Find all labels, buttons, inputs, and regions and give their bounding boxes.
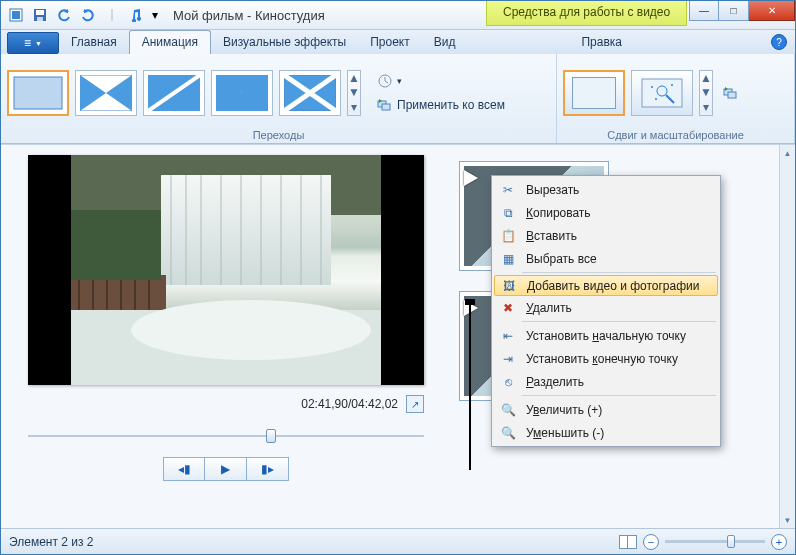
ctx-copy[interactable]: ⧉Копировать [494,201,718,224]
ctx-zoom-out[interactable]: 🔍Уменьшить (-) [494,421,718,444]
transition-none[interactable] [7,70,69,116]
storyboard-scrollbar[interactable]: ▲▼ [779,145,795,528]
preview-image [71,155,381,385]
ctx-cut[interactable]: ✂Вырезать [494,178,718,201]
transition-bowtie[interactable] [75,70,137,116]
time-row: 02:41,90/04:42,02 ↗ [28,395,424,413]
ctx-split[interactable]: ⎋Разделить [494,370,718,393]
select-all-icon: ▦ [498,252,518,266]
zoom-out-button[interactable]: − [643,534,659,550]
prev-frame-button[interactable]: ◂▮ [163,457,205,481]
titlebar: ▾ Мой фильм - Киностудия Средства для ра… [1,1,795,30]
video-tools-context-tab[interactable]: Средства для работы с видео [486,1,687,26]
ctx-paste[interactable]: 📋Вставить [494,224,718,247]
ctx-select-all[interactable]: ▦Выбрать все [494,247,718,270]
music-icon[interactable] [125,4,147,26]
paste-icon: 📋 [498,229,518,243]
context-menu: ✂Вырезать ⧉Копировать 📋Вставить ▦Выбрать… [491,175,721,447]
seek-thumb[interactable] [266,429,276,443]
apply-all-icon [377,97,393,113]
scissors-icon: ✂ [498,183,518,197]
delete-icon: ✖ [498,301,518,315]
panzoom-group: ▲▼▾ Сдвиг и масштабирование [557,54,795,143]
svg-rect-1 [12,11,20,19]
undo-icon[interactable] [53,4,75,26]
panzoom-apply-all-button[interactable] [719,83,743,103]
tab-main[interactable]: Главная [59,31,129,54]
svg-point-16 [651,86,653,88]
preview-pane: 02:41,90/04:42,02 ↗ ◂▮ ▶ ▮▸ [1,145,451,528]
play-button[interactable]: ▶ [205,457,247,481]
transitions-group-label: Переходы [7,127,550,141]
preview-frame [28,155,424,385]
quick-access-toolbar: ▾ [1,4,161,26]
svg-rect-20 [728,92,736,98]
apply-to-all-button[interactable]: Применить ко всем [373,95,509,115]
svg-rect-33 [71,275,166,315]
minimize-button[interactable]: — [689,1,719,21]
tab-project[interactable]: Проект [358,31,422,54]
svg-rect-4 [37,17,43,21]
tab-view[interactable]: Вид [422,31,468,54]
status-item-count: Элемент 2 из 2 [9,535,94,549]
zoom-in-button[interactable]: + [771,534,787,550]
redo-icon[interactable] [77,4,99,26]
statusbar: Элемент 2 из 2 − + [1,528,795,554]
tab-effects[interactable]: Визуальные эффекты [211,31,358,54]
file-menu-button[interactable]: ≡▼ [7,32,59,54]
qat-dropdown-icon[interactable]: ▾ [149,4,161,26]
work-area: 02:41,90/04:42,02 ↗ ◂▮ ▶ ▮▸ ✂Вырезать ⧉К… [1,144,795,528]
svg-rect-43 [71,210,161,280]
svg-rect-13 [382,104,390,110]
panzoom-auto[interactable] [631,70,693,116]
maximize-button[interactable]: □ [719,1,749,21]
save-icon[interactable] [29,4,51,26]
ctx-zoom-in[interactable]: 🔍Увеличить (+) [494,398,718,421]
transition-cross[interactable] [279,70,341,116]
qat-divider-icon [101,4,123,26]
ctx-delete[interactable]: ✖Удалить [494,296,718,319]
window-controls: — □ ✕ [689,1,795,21]
transition-diagonal[interactable] [143,70,205,116]
storyboard-pane[interactable]: ✂Вырезать ⧉Копировать 📋Вставить ▦Выбрать… [451,145,795,528]
tab-edit[interactable]: Правка [569,31,634,54]
transition-duration-button[interactable]: ▾ [373,71,509,91]
apply-all-label: Применить ко всем [397,98,505,112]
menu-icon: ≡ [24,36,31,50]
view-thumbnails-icon[interactable] [619,535,637,549]
ctx-set-end[interactable]: ⇥Установить конечную точку [494,347,718,370]
ribbon: ▲▼▾ ▾ Применить ко всем Переходы ▲▼▾ Сдв… [1,54,795,144]
set-end-icon: ⇥ [498,352,518,366]
time-display: 02:41,90/04:42,02 [301,397,398,411]
tab-animation[interactable]: Анимация [129,30,211,54]
playhead[interactable] [469,305,471,470]
transition-diamond[interactable] [211,70,273,116]
svg-rect-3 [36,10,44,15]
apply-all-icon [723,85,739,101]
app-window: ▾ Мой фильм - Киностудия Средства для ра… [0,0,796,555]
app-icon[interactable] [5,4,27,26]
svg-rect-6 [14,77,62,109]
panzoom-none[interactable] [563,70,625,116]
svg-point-17 [671,84,673,86]
help-icon[interactable]: ? [771,34,787,50]
zoom-thumb[interactable] [727,535,735,548]
panzoom-gallery-expand[interactable]: ▲▼▾ [699,70,713,116]
svg-rect-14 [642,79,682,107]
panzoom-group-label: Сдвиг и масштабирование [563,127,788,141]
split-icon: ⎋ [498,375,518,389]
seek-slider[interactable] [28,429,424,443]
window-title: Мой фильм - Киностудия [173,8,325,23]
next-frame-button[interactable]: ▮▸ [247,457,289,481]
ctx-set-start[interactable]: ⇤Установить начальную точку [494,324,718,347]
clock-icon [377,73,393,89]
close-button[interactable]: ✕ [749,1,795,21]
transitions-gallery-expand[interactable]: ▲▼▾ [347,70,361,116]
svg-point-42 [131,300,371,360]
add-media-icon: 🖼 [499,279,519,293]
ctx-add-media[interactable]: 🖼Добавить видео и фотографии [494,275,718,296]
zoom-out-icon: 🔍 [498,426,518,440]
zoom-slider[interactable] [665,540,765,543]
fullscreen-icon[interactable]: ↗ [406,395,424,413]
zoom-in-icon: 🔍 [498,403,518,417]
